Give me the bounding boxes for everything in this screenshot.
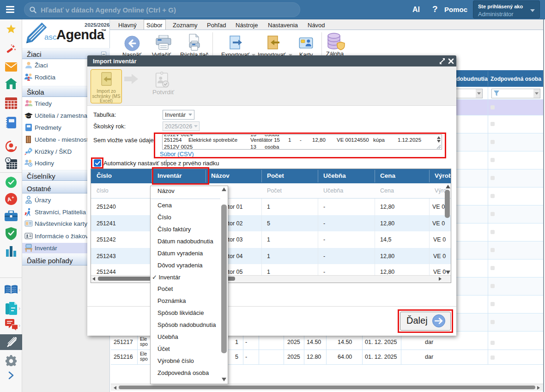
svg-text:+: + xyxy=(12,195,14,200)
